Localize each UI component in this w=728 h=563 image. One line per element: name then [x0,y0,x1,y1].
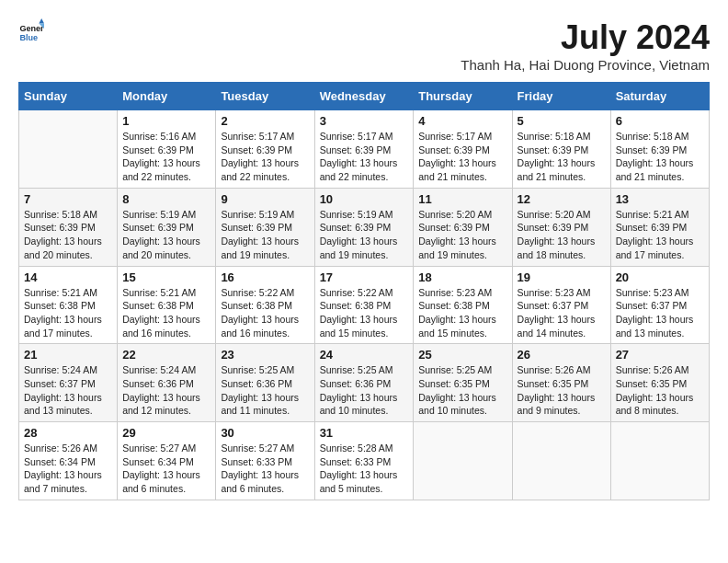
day-header-monday: Monday [118,83,216,110]
day-number: 16 [221,270,309,284]
day-detail: Sunrise: 5:21 AM Sunset: 6:38 PM Dayligh… [122,286,210,340]
day-number: 27 [616,348,704,362]
day-number: 24 [320,348,409,362]
calendar-cell: 18Sunrise: 5:23 AM Sunset: 6:38 PM Dayli… [414,266,512,344]
calendar-cell: 30Sunrise: 5:27 AM Sunset: 6:33 PM Dayli… [216,422,314,500]
day-number: 30 [221,426,309,440]
svg-text:Blue: Blue [19,33,38,42]
calendar-table: SundayMondayTuesdayWednesdayThursdayFrid… [18,82,710,500]
day-number: 13 [616,192,704,206]
day-number: 28 [24,426,112,440]
day-detail: Sunrise: 5:27 AM Sunset: 6:33 PM Dayligh… [221,442,309,496]
day-header-wednesday: Wednesday [314,83,414,110]
calendar-cell: 9Sunrise: 5:19 AM Sunset: 6:39 PM Daylig… [216,188,314,266]
day-header-friday: Friday [512,83,610,110]
calendar-cell: 29Sunrise: 5:27 AM Sunset: 6:34 PM Dayli… [118,422,216,500]
title-area: July 2024 Thanh Ha, Hai Duong Province, … [461,18,710,73]
day-detail: Sunrise: 5:17 AM Sunset: 6:39 PM Dayligh… [221,130,309,184]
day-number: 9 [221,192,309,206]
calendar-cell: 16Sunrise: 5:22 AM Sunset: 6:38 PM Dayli… [216,266,314,344]
day-number: 31 [320,426,409,440]
calendar-week-row: 28Sunrise: 5:26 AM Sunset: 6:34 PM Dayli… [19,422,710,500]
day-number: 18 [418,270,506,284]
calendar-week-row: 1Sunrise: 5:16 AM Sunset: 6:39 PM Daylig… [19,110,710,189]
day-number: 5 [518,114,606,128]
day-detail: Sunrise: 5:19 AM Sunset: 6:39 PM Dayligh… [221,208,309,262]
calendar-cell: 2Sunrise: 5:17 AM Sunset: 6:39 PM Daylig… [216,110,314,189]
calendar-week-row: 21Sunrise: 5:24 AM Sunset: 6:37 PM Dayli… [19,344,710,422]
day-number: 15 [122,270,210,284]
day-detail: Sunrise: 5:17 AM Sunset: 6:39 PM Dayligh… [418,130,506,184]
day-header-tuesday: Tuesday [216,83,314,110]
day-detail: Sunrise: 5:16 AM Sunset: 6:39 PM Dayligh… [122,130,210,184]
calendar-cell: 13Sunrise: 5:21 AM Sunset: 6:39 PM Dayli… [610,188,709,266]
day-detail: Sunrise: 5:19 AM Sunset: 6:39 PM Dayligh… [122,208,210,262]
day-detail: Sunrise: 5:25 AM Sunset: 6:36 PM Dayligh… [320,363,409,418]
day-detail: Sunrise: 5:23 AM Sunset: 6:37 PM Dayligh… [616,286,704,340]
calendar-cell: 11Sunrise: 5:20 AM Sunset: 6:39 PM Dayli… [414,188,512,266]
day-number: 11 [418,192,506,206]
day-detail: Sunrise: 5:26 AM Sunset: 6:35 PM Dayligh… [616,363,704,418]
calendar-cell: 26Sunrise: 5:26 AM Sunset: 6:35 PM Dayli… [512,344,610,422]
calendar-cell [610,422,709,500]
day-number: 14 [24,270,112,284]
calendar-cell [414,422,512,500]
day-detail: Sunrise: 5:23 AM Sunset: 6:38 PM Dayligh… [418,286,506,340]
day-detail: Sunrise: 5:22 AM Sunset: 6:38 PM Dayligh… [221,286,309,340]
day-detail: Sunrise: 5:22 AM Sunset: 6:38 PM Dayligh… [320,286,409,340]
day-detail: Sunrise: 5:24 AM Sunset: 6:37 PM Dayligh… [24,363,112,418]
day-detail: Sunrise: 5:18 AM Sunset: 6:39 PM Dayligh… [24,208,112,262]
calendar-cell [512,422,610,500]
day-number: 26 [518,348,606,362]
calendar-cell: 5Sunrise: 5:18 AM Sunset: 6:39 PM Daylig… [512,110,610,189]
calendar-cell: 15Sunrise: 5:21 AM Sunset: 6:38 PM Dayli… [118,266,216,344]
day-detail: Sunrise: 5:25 AM Sunset: 6:35 PM Dayligh… [418,363,506,418]
day-header-thursday: Thursday [414,83,512,110]
day-number: 25 [418,348,506,362]
calendar-cell: 19Sunrise: 5:23 AM Sunset: 6:37 PM Dayli… [512,266,610,344]
day-detail: Sunrise: 5:17 AM Sunset: 6:39 PM Dayligh… [320,130,409,184]
day-number: 22 [122,348,210,362]
svg-marker-2 [39,18,44,24]
day-detail: Sunrise: 5:25 AM Sunset: 6:36 PM Dayligh… [221,363,309,418]
calendar-cell: 8Sunrise: 5:19 AM Sunset: 6:39 PM Daylig… [118,188,216,266]
day-number: 3 [320,114,409,128]
day-detail: Sunrise: 5:19 AM Sunset: 6:39 PM Dayligh… [320,208,409,262]
calendar-cell: 1Sunrise: 5:16 AM Sunset: 6:39 PM Daylig… [118,110,216,189]
month-year-title: July 2024 [461,18,710,57]
calendar-cell: 10Sunrise: 5:19 AM Sunset: 6:39 PM Dayli… [314,188,414,266]
calendar-cell: 31Sunrise: 5:28 AM Sunset: 6:33 PM Dayli… [314,422,414,500]
calendar-header-row: SundayMondayTuesdayWednesdayThursdayFrid… [19,83,710,110]
day-detail: Sunrise: 5:26 AM Sunset: 6:34 PM Dayligh… [24,442,112,496]
calendar-cell: 4Sunrise: 5:17 AM Sunset: 6:39 PM Daylig… [414,110,512,189]
day-number: 20 [616,270,704,284]
day-number: 6 [616,114,704,128]
day-header-sunday: Sunday [19,83,118,110]
day-number: 21 [24,348,112,362]
logo: General Blue [18,18,44,44]
calendar-cell: 28Sunrise: 5:26 AM Sunset: 6:34 PM Dayli… [19,422,118,500]
location-subtitle: Thanh Ha, Hai Duong Province, Vietnam [461,57,710,73]
day-detail: Sunrise: 5:23 AM Sunset: 6:37 PM Dayligh… [518,286,606,340]
calendar-cell: 7Sunrise: 5:18 AM Sunset: 6:39 PM Daylig… [19,188,118,266]
day-detail: Sunrise: 5:21 AM Sunset: 6:38 PM Dayligh… [24,286,112,340]
calendar-cell: 12Sunrise: 5:20 AM Sunset: 6:39 PM Dayli… [512,188,610,266]
calendar-cell: 21Sunrise: 5:24 AM Sunset: 6:37 PM Dayli… [19,344,118,422]
header: General Blue July 2024 Thanh Ha, Hai Duo… [18,18,710,73]
calendar-cell: 17Sunrise: 5:22 AM Sunset: 6:38 PM Dayli… [314,266,414,344]
day-detail: Sunrise: 5:24 AM Sunset: 6:36 PM Dayligh… [122,363,210,418]
day-number: 1 [122,114,210,128]
day-header-saturday: Saturday [610,83,709,110]
day-number: 10 [320,192,409,206]
day-number: 23 [221,348,309,362]
calendar-cell: 27Sunrise: 5:26 AM Sunset: 6:35 PM Dayli… [610,344,709,422]
svg-text:General: General [19,24,44,33]
day-number: 19 [518,270,606,284]
calendar-week-row: 7Sunrise: 5:18 AM Sunset: 6:39 PM Daylig… [19,188,710,266]
calendar-cell: 24Sunrise: 5:25 AM Sunset: 6:36 PM Dayli… [314,344,414,422]
calendar-cell [19,110,118,189]
calendar-cell: 22Sunrise: 5:24 AM Sunset: 6:36 PM Dayli… [118,344,216,422]
day-detail: Sunrise: 5:20 AM Sunset: 6:39 PM Dayligh… [518,208,606,262]
day-number: 2 [221,114,309,128]
day-number: 7 [24,192,112,206]
